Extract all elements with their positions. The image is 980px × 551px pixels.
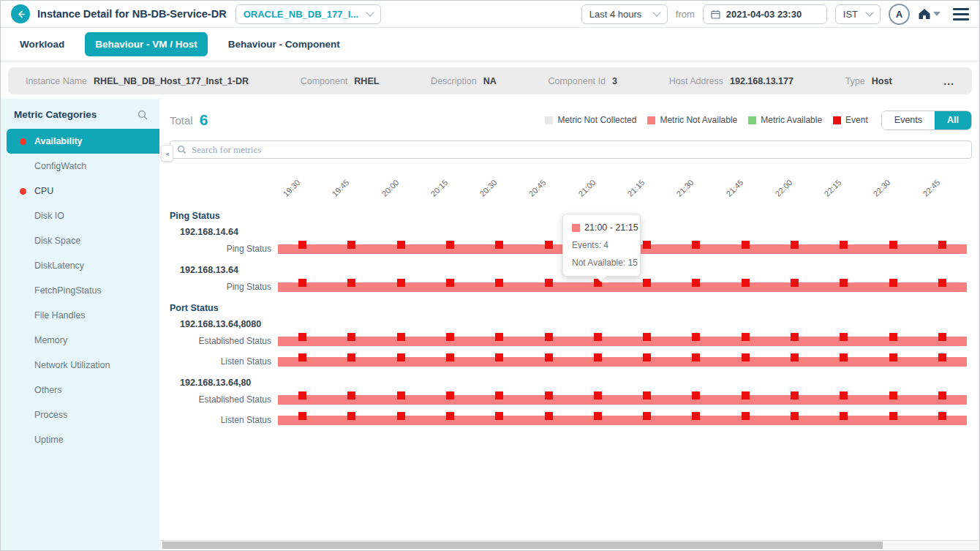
sidebar-item-others[interactable]: Others xyxy=(1,378,159,402)
event-marker[interactable] xyxy=(545,279,553,287)
event-marker[interactable] xyxy=(791,333,799,341)
event-marker[interactable] xyxy=(889,333,897,341)
event-marker[interactable] xyxy=(938,412,946,420)
status-bar[interactable] xyxy=(278,357,967,367)
search-input[interactable] xyxy=(192,144,965,156)
event-marker[interactable] xyxy=(347,241,355,249)
status-bar[interactable] xyxy=(278,416,967,425)
event-marker[interactable] xyxy=(643,333,651,341)
event-marker[interactable] xyxy=(347,333,355,341)
event-marker[interactable] xyxy=(791,353,799,361)
sidebar-item-disk-io[interactable]: Disk IO xyxy=(1,203,159,228)
tab-behaviour-vm-host[interactable]: Behaviour - VM / Host xyxy=(85,32,208,56)
event-marker[interactable] xyxy=(840,279,848,287)
hamburger-menu-icon[interactable] xyxy=(953,8,969,20)
event-marker[interactable] xyxy=(545,333,553,341)
event-marker[interactable] xyxy=(495,333,503,341)
event-marker[interactable] xyxy=(643,279,651,287)
horizontal-scrollbar[interactable] xyxy=(160,540,979,550)
event-marker[interactable] xyxy=(643,353,651,361)
event-marker[interactable] xyxy=(347,353,355,361)
sidebar-item-network-utilization[interactable]: Network Utilization xyxy=(1,353,159,378)
event-marker[interactable] xyxy=(742,279,750,287)
event-marker[interactable] xyxy=(791,412,799,420)
event-marker[interactable] xyxy=(791,391,799,400)
event-marker[interactable] xyxy=(938,391,946,400)
event-marker[interactable] xyxy=(889,412,897,420)
event-marker[interactable] xyxy=(791,241,799,249)
event-marker[interactable] xyxy=(742,333,750,341)
sidebar-item-cpu[interactable]: CPU xyxy=(1,179,159,203)
search-icon[interactable] xyxy=(137,110,148,120)
event-marker[interactable] xyxy=(495,391,503,400)
event-marker[interactable] xyxy=(495,241,503,249)
status-bar[interactable] xyxy=(278,395,967,405)
event-marker[interactable] xyxy=(643,241,651,249)
instance-selector[interactable]: ORACLE_NB_DB_177_I... xyxy=(235,4,382,24)
event-marker[interactable] xyxy=(397,391,405,400)
event-marker[interactable] xyxy=(889,241,897,249)
event-marker[interactable] xyxy=(298,241,306,249)
timezone-select[interactable]: IST xyxy=(835,4,881,24)
sidebar-item-process[interactable]: Process xyxy=(1,402,159,427)
event-marker[interactable] xyxy=(594,412,602,420)
event-marker[interactable] xyxy=(742,241,750,249)
event-marker[interactable] xyxy=(840,241,848,249)
event-marker[interactable] xyxy=(938,353,946,361)
sidebar-item-disklatency[interactable]: DiskLatency xyxy=(1,253,159,278)
event-marker[interactable] xyxy=(298,391,306,400)
user-avatar[interactable]: A xyxy=(889,4,910,25)
event-marker[interactable] xyxy=(397,412,405,420)
event-marker[interactable] xyxy=(742,412,750,420)
event-marker[interactable] xyxy=(889,353,897,361)
sidebar-item-memory[interactable]: Memory xyxy=(1,328,159,353)
sidebar-item-file-handles[interactable]: File Handles xyxy=(1,303,159,328)
event-marker[interactable] xyxy=(938,241,946,249)
sidebar-collapse-handle[interactable]: ◂ xyxy=(161,145,173,162)
event-marker[interactable] xyxy=(397,241,405,249)
event-marker[interactable] xyxy=(495,279,503,287)
sidebar-item-fetchpingstatus[interactable]: FetchPingStatus xyxy=(1,278,159,303)
event-marker[interactable] xyxy=(298,353,306,361)
event-marker[interactable] xyxy=(643,412,651,420)
sidebar-item-uptime[interactable]: Uptime xyxy=(1,427,159,452)
event-marker[interactable] xyxy=(594,391,602,400)
event-marker[interactable] xyxy=(397,279,405,287)
event-marker[interactable] xyxy=(791,279,799,287)
event-marker[interactable] xyxy=(692,333,700,341)
event-marker[interactable] xyxy=(692,353,700,361)
event-marker[interactable] xyxy=(692,279,700,287)
event-marker[interactable] xyxy=(840,353,848,361)
event-marker[interactable] xyxy=(446,333,454,341)
event-marker[interactable] xyxy=(298,333,306,341)
event-marker[interactable] xyxy=(446,412,454,420)
scrollbar-thumb[interactable] xyxy=(162,541,883,549)
event-marker[interactable] xyxy=(545,241,553,249)
datetime-picker[interactable]: 2021-04-03 23:30 xyxy=(703,4,827,24)
event-marker[interactable] xyxy=(298,412,306,420)
event-marker[interactable] xyxy=(840,391,848,400)
event-marker[interactable] xyxy=(692,391,700,400)
status-bar[interactable] xyxy=(278,337,967,346)
event-marker[interactable] xyxy=(545,391,553,400)
event-marker[interactable] xyxy=(938,279,946,287)
event-marker[interactable] xyxy=(742,353,750,361)
event-marker[interactable] xyxy=(840,333,848,341)
sidebar-item-configwatch[interactable]: ConfigWatch xyxy=(1,154,159,179)
event-marker[interactable] xyxy=(446,241,454,249)
event-marker[interactable] xyxy=(446,353,454,361)
event-marker[interactable] xyxy=(347,279,355,287)
event-marker[interactable] xyxy=(594,333,602,341)
event-marker[interactable] xyxy=(347,391,355,400)
time-range-select[interactable]: Last 4 hours xyxy=(581,4,668,24)
event-marker[interactable] xyxy=(495,412,503,420)
event-marker[interactable] xyxy=(840,412,848,420)
toggle-events-button[interactable]: Events xyxy=(882,111,935,130)
tab-workload[interactable]: Workload xyxy=(20,39,64,50)
back-button[interactable] xyxy=(11,4,30,23)
event-marker[interactable] xyxy=(397,333,405,341)
event-marker[interactable] xyxy=(889,279,897,287)
event-marker[interactable] xyxy=(446,391,454,400)
event-marker[interactable] xyxy=(643,391,651,400)
event-marker[interactable] xyxy=(446,279,454,287)
